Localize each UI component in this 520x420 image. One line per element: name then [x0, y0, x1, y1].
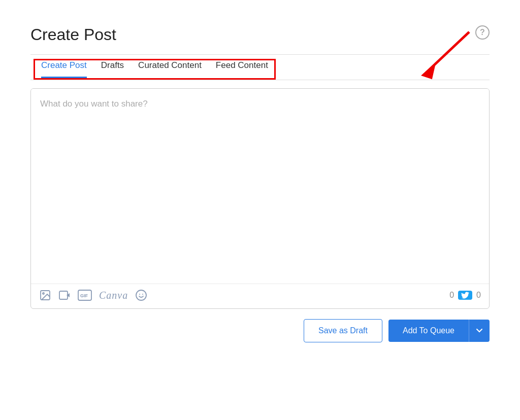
help-icon[interactable]: ?: [475, 25, 490, 40]
add-to-queue-group: Add To Queue: [388, 320, 490, 342]
add-to-queue-button[interactable]: Add To Queue: [388, 320, 469, 342]
save-draft-button[interactable]: Save as Draft: [304, 319, 382, 342]
svg-point-8: [136, 290, 146, 300]
svg-point-3: [43, 293, 44, 294]
tabs-row-container: Create Post Drafts Curated Content Feed …: [30, 55, 490, 80]
svg-point-9: [139, 294, 140, 295]
compose-area: GIF Canva 0: [30, 88, 490, 309]
add-to-queue-dropdown-button[interactable]: [469, 320, 490, 342]
compose-toolbar: GIF Canva 0: [31, 284, 489, 308]
twitter-char-count: 0: [476, 291, 481, 300]
svg-marker-5: [67, 293, 70, 297]
toolbar-left: GIF Canva: [39, 289, 147, 301]
canva-button[interactable]: Canva: [99, 290, 128, 301]
page-title: Create Post: [30, 25, 490, 44]
twitter-badge: [458, 291, 472, 300]
toolbar-right: 0 0: [449, 291, 481, 300]
compose-textarea[interactable]: [31, 89, 489, 282]
svg-rect-4: [59, 291, 68, 299]
svg-text:GIF: GIF: [80, 293, 88, 298]
tab-curated-content[interactable]: Curated Content: [138, 60, 202, 78]
svg-point-10: [142, 294, 143, 295]
image-icon[interactable]: [39, 289, 51, 301]
action-bar: Save as Draft Add To Queue: [30, 319, 490, 342]
tabs-container: Create Post Drafts Curated Content Feed …: [41, 60, 268, 78]
tab-create-post[interactable]: Create Post: [41, 60, 87, 78]
emoji-icon[interactable]: [135, 289, 147, 301]
page-container: Create Post ? Create Post Drafts Curated…: [10, 10, 510, 420]
video-icon[interactable]: [58, 289, 71, 301]
svg-marker-1: [424, 66, 434, 78]
tab-feed-content[interactable]: Feed Content: [216, 60, 268, 78]
tab-drafts[interactable]: Drafts: [101, 60, 124, 78]
char-count: 0: [449, 291, 454, 300]
gif-icon[interactable]: GIF: [78, 289, 92, 301]
